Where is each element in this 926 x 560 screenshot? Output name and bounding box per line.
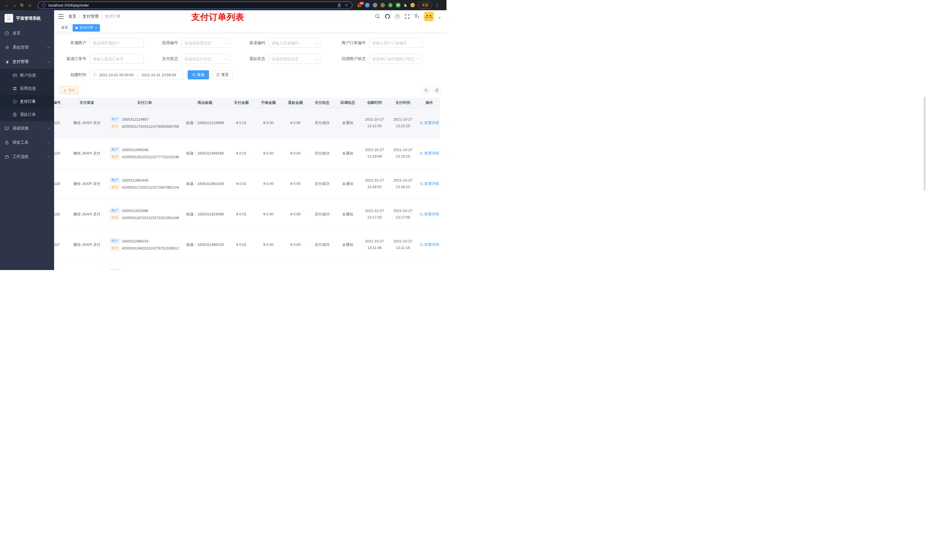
forward-icon[interactable]: → bbox=[11, 3, 18, 8]
view-detail-link[interactable]: 查看详情 bbox=[420, 212, 439, 217]
breadcrumb-home[interactable]: 首页 bbox=[68, 14, 76, 19]
chevron-up-icon bbox=[47, 61, 50, 64]
notify-status-input[interactable] bbox=[372, 57, 415, 61]
sidebar-item-system[interactable]: ⚙ 系统管理 bbox=[0, 41, 54, 54]
channel-order-no-field[interactable] bbox=[90, 54, 144, 64]
tab-home[interactable]: 首页 bbox=[58, 24, 71, 32]
cell-fee bbox=[255, 260, 282, 270]
briefcase-icon bbox=[5, 154, 10, 159]
channel-order-no-input[interactable] bbox=[93, 57, 141, 61]
view-detail-link[interactable]: 查看详情 bbox=[420, 120, 439, 125]
pay-tag: 支付 bbox=[110, 245, 120, 251]
cell-pay-time: 2021-10-27 13:22:15 bbox=[389, 107, 417, 138]
reload-icon[interactable]: ↻ bbox=[18, 3, 26, 8]
update-button[interactable]: 更新 bbox=[418, 2, 432, 9]
col-status: 支付状态 bbox=[309, 98, 335, 107]
merchant-tag: 商户 bbox=[110, 269, 120, 270]
share-icon[interactable] bbox=[337, 3, 341, 8]
refresh-table-button[interactable] bbox=[433, 86, 441, 94]
cell-pay-order: 商户 1635311468233 支付 42000011942021102767… bbox=[107, 229, 182, 260]
tab-pay-order[interactable]: 支付订单 × bbox=[73, 24, 100, 32]
font-size-icon[interactable]: TT bbox=[415, 14, 419, 19]
merchant-select-input[interactable] bbox=[93, 41, 141, 45]
sidebar-item-merchant-info[interactable]: 商户信息 bbox=[0, 69, 54, 82]
check-extension-icon[interactable] bbox=[388, 3, 393, 8]
filter-app: 应用编号 bbox=[154, 38, 231, 48]
merchant-order-no: 1635311151736 bbox=[122, 269, 148, 270]
breadcrumb-payment[interactable]: 支付管理 bbox=[83, 14, 98, 19]
merchant-order-no-field[interactable] bbox=[369, 38, 422, 48]
cell-refund: ¥ 0.00 bbox=[282, 199, 309, 229]
channel-transaction-no: 4200001194202110276752100612 bbox=[122, 246, 179, 251]
chat-extension-icon[interactable] bbox=[396, 3, 400, 8]
document-icon bbox=[12, 112, 18, 117]
sidebar-item-label: 支付订单 bbox=[20, 99, 36, 104]
notify-status-select[interactable] bbox=[369, 54, 422, 64]
pay-status-select[interactable] bbox=[182, 54, 231, 64]
github-icon[interactable] bbox=[385, 14, 390, 19]
site-info-icon[interactable]: i bbox=[42, 3, 46, 8]
sidebar-toggle-icon[interactable] bbox=[58, 14, 64, 19]
cell-title: 标题：1635312124656 bbox=[182, 107, 228, 138]
extensions-icon[interactable]: 10 bbox=[357, 3, 362, 8]
sidebar-item-app-info[interactable]: 应用信息 bbox=[0, 82, 54, 95]
sidebar-item-infrastructure[interactable]: 基础设施 bbox=[0, 121, 54, 136]
merchant-order-no-input[interactable] bbox=[372, 41, 419, 45]
sidebar-item-payment[interactable]: ¥ 支付管理 bbox=[0, 54, 54, 69]
sidebar-item-pay-order[interactable]: 支付订单 bbox=[0, 95, 54, 108]
logo-avatar bbox=[5, 14, 13, 23]
refund-status-input[interactable] bbox=[272, 57, 314, 61]
orders-table-wrapper: 编号 支付渠道 支付订单 商品标题 支付金额 手续金额 退款金额 支付状态 回调… bbox=[54, 98, 440, 270]
knight-extension-icon[interactable]: ♞ bbox=[404, 3, 407, 8]
search-icon[interactable] bbox=[375, 14, 380, 19]
app-select[interactable] bbox=[182, 38, 231, 48]
page-annotation: 支付订单列表 bbox=[191, 11, 244, 23]
sidebar-item-label: 支付管理 bbox=[12, 59, 29, 64]
cell-channel: 微信 JSAPI 支付 bbox=[67, 169, 107, 199]
col-pay-time: 支付时间 bbox=[389, 98, 417, 107]
avatar-caret-icon[interactable] bbox=[439, 17, 441, 19]
card-icon bbox=[12, 73, 18, 78]
export-button[interactable]: 导出 bbox=[60, 86, 78, 94]
help-icon[interactable]: ? bbox=[395, 14, 400, 19]
filter-label: 渠道订单号 bbox=[62, 56, 90, 62]
olive-extension-icon[interactable] bbox=[380, 3, 385, 8]
toggle-search-button[interactable] bbox=[422, 86, 430, 94]
view-detail-link[interactable]: 查看详情 bbox=[420, 181, 439, 186]
drop-extension-icon[interactable] bbox=[365, 3, 369, 8]
refund-status-select[interactable] bbox=[268, 54, 321, 64]
payment-submenu: 商户信息 应用信息 支付订单 bbox=[0, 69, 54, 121]
url-text: localhost:1024/pay/order bbox=[48, 3, 334, 8]
url-bar[interactable]: i localhost:1024/pay/order ☆ bbox=[38, 2, 353, 9]
sidebar: 芋道管理系统 首页 ⚙ 系统管理 ¥ 支付管理 bbox=[0, 10, 54, 270]
browser-menu-icon[interactable]: ⋮ bbox=[435, 3, 439, 8]
app-select-input[interactable] bbox=[185, 41, 224, 45]
search-button[interactable]: 搜索 bbox=[188, 70, 209, 79]
merchant-select[interactable] bbox=[90, 38, 144, 48]
cell-create-time: 2021-10-27 13:17:03 bbox=[360, 199, 389, 229]
reset-button[interactable]: 重置 bbox=[212, 70, 233, 79]
home-icon[interactable]: ⌂ bbox=[26, 3, 33, 8]
app-logo[interactable]: 芋道管理系统 bbox=[0, 10, 54, 26]
tab-close-icon[interactable]: × bbox=[95, 26, 97, 30]
channel-code-input[interactable] bbox=[272, 41, 314, 45]
sidebar-item-workflow[interactable]: 工作流程 bbox=[0, 150, 54, 164]
view-detail-link[interactable]: 查看详情 bbox=[420, 151, 439, 156]
view-detail-link[interactable]: 查看详情 bbox=[420, 242, 439, 247]
gray-extension-icon[interactable] bbox=[373, 3, 377, 8]
face-extension-icon[interactable] bbox=[410, 3, 415, 8]
channel-code-select[interactable] bbox=[268, 38, 321, 48]
pay-status-input[interactable] bbox=[185, 57, 224, 61]
sidebar-item-home[interactable]: 首页 bbox=[0, 26, 54, 41]
merchant-tag: 商户 bbox=[110, 147, 120, 152]
filter-channel-order-no: 渠道订单号 bbox=[62, 54, 144, 64]
breadcrumb-separator: / bbox=[79, 14, 80, 19]
bookmark-star-icon[interactable]: ☆ bbox=[345, 3, 348, 8]
back-icon[interactable]: ← bbox=[3, 3, 11, 8]
user-avatar[interactable] bbox=[424, 12, 434, 21]
sidebar-item-dev-tools[interactable]: 研发工具 bbox=[0, 136, 54, 150]
filter-label: 商户订单编号 bbox=[331, 41, 369, 45]
fullscreen-icon[interactable] bbox=[405, 14, 410, 19]
sidebar-item-refund-order[interactable]: 退款订单 bbox=[0, 108, 54, 121]
date-range-picker[interactable]: 2021-10-01 00:00:00 - 2021-10-31 23:59:5… bbox=[90, 70, 184, 80]
